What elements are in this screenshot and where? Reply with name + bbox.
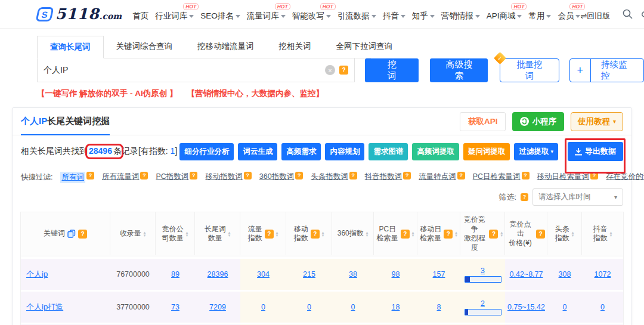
- help-icon[interactable]: ?: [536, 230, 545, 239]
- quick-filter-link[interactable]: 所有流量词: [102, 172, 140, 182]
- help-icon[interactable]: ?: [521, 193, 528, 201]
- quick-filter-link[interactable]: 存在竞价的词: [606, 172, 644, 182]
- search-tab[interactable]: 挖移动端流量词: [185, 36, 267, 58]
- nav-item[interactable]: HOT 智能改写: [292, 7, 331, 21]
- nav-item[interactable]: HOT 流量词库: [247, 7, 286, 21]
- get-api-button[interactable]: 获取API: [460, 112, 506, 131]
- action-button[interactable]: 高频词提取: [412, 143, 459, 160]
- back-to-old-version-link[interactable]: ⇌回旧版: [580, 7, 610, 21]
- tutorial-button[interactable]: 使用教程 ▾: [571, 112, 623, 131]
- help-icon[interactable]: ?: [78, 230, 87, 239]
- column-header[interactable]: 长尾词 数量 ▴▾: [195, 212, 240, 255]
- quick-filter-link[interactable]: 抖音指数词: [365, 172, 402, 182]
- nav-item[interactable]: HOT API商城: [487, 7, 522, 21]
- export-data-button[interactable]: 导出数据: [568, 142, 623, 161]
- column-header[interactable]: 移动日 检索量 ? ▴▾: [417, 212, 460, 255]
- help-icon[interactable]: ?: [349, 172, 357, 179]
- quick-filter-link[interactable]: 360指数词: [259, 172, 294, 182]
- site-logo[interactable]: S 5118 .com: [37, 5, 122, 23]
- index-360-link[interactable]: 38: [349, 270, 357, 278]
- sort-icon[interactable]: ▴▾: [455, 231, 457, 237]
- column-header[interactable]: 竞价公 司数量 ▴▾: [156, 212, 195, 255]
- copy-icon[interactable]: [67, 230, 76, 238]
- longtail-count-link[interactable]: 28396: [208, 270, 228, 278]
- quick-filter-item[interactable]: 所有词 ?: [60, 172, 94, 183]
- mobile-index-link[interactable]: 215: [303, 270, 315, 278]
- result-count-link[interactable]: 28496: [89, 146, 112, 156]
- search-tab[interactable]: 全网下拉词查询: [324, 36, 405, 58]
- promo-link-ai-writing[interactable]: 【一键写作 解放你的双手 - AI伪原创 】: [37, 88, 178, 99]
- column-header[interactable]: 关键词 ?: [21, 212, 110, 255]
- sort-icon[interactable]: ▴▾: [412, 231, 414, 237]
- sort-icon[interactable]: ▴▾: [186, 231, 188, 237]
- douyin-index-link[interactable]: 0: [600, 303, 605, 311]
- keyword-search-input[interactable]: [44, 66, 325, 75]
- nav-item[interactable]: 营销情报: [441, 7, 480, 21]
- bid-companies-link[interactable]: 73: [171, 303, 179, 311]
- sort-icon[interactable]: ▴▾: [500, 231, 503, 237]
- mini-program-button[interactable]: 小程序: [512, 112, 564, 131]
- toutiao-index-link[interactable]: 0: [563, 303, 567, 311]
- quick-filter-item[interactable]: 抖音指数词 ?: [365, 172, 411, 183]
- quick-filter-link[interactable]: 移动指数词: [205, 172, 243, 182]
- promo-link-marketing-intel[interactable]: 【营销情报中心，大数据内参、监控】: [187, 88, 324, 99]
- nav-item[interactable]: SEO排名: [200, 7, 240, 21]
- bid-price-link[interactable]: 0.42~8.77: [510, 270, 543, 278]
- clear-input-icon[interactable]: ×: [325, 65, 335, 75]
- sort-icon[interactable]: ▴▾: [610, 231, 612, 237]
- help-icon[interactable]: ?: [295, 172, 303, 179]
- sort-icon[interactable]: ▴▾: [144, 231, 146, 237]
- quick-filter-link[interactable]: PC指数词: [156, 172, 188, 182]
- storage-time-select[interactable]: 请选择入库时间 ▾: [532, 188, 623, 206]
- nav-item[interactable]: 抖音: [383, 7, 405, 21]
- advanced-search-button[interactable]: 高级搜索: [430, 58, 488, 82]
- column-header[interactable]: 头条 指数 ▴▾: [547, 212, 582, 255]
- column-header[interactable]: 收录量 ▴▾: [110, 212, 156, 255]
- search-tab[interactable]: 挖相关词: [267, 36, 324, 58]
- quick-filter-link[interactable]: 移动日检索量词: [537, 172, 590, 182]
- quick-filter-item[interactable]: PC指数词 ?: [156, 172, 197, 183]
- help-icon[interactable]: ?: [457, 172, 465, 179]
- nav-item[interactable]: 常用: [528, 7, 551, 21]
- search-tab[interactable]: 查询长尾词: [37, 36, 104, 58]
- quick-filter-item[interactable]: 存在竞价的词 ?: [606, 172, 644, 183]
- quick-filter-link[interactable]: 头条指数词: [311, 172, 348, 182]
- nav-item[interactable]: 引流数据: [338, 7, 376, 21]
- dig-words-button[interactable]: 挖词: [365, 58, 419, 82]
- bid-price-link[interactable]: 0.75~15.42: [507, 303, 545, 311]
- nav-item[interactable]: HOT 行业词库: [155, 7, 194, 21]
- quick-filter-item[interactable]: 移动日检索量词 ?: [537, 172, 599, 183]
- longtail-count-link[interactable]: 7209: [209, 303, 226, 311]
- help-icon[interactable]: ?: [265, 230, 274, 239]
- help-icon[interactable]: ?: [140, 172, 148, 179]
- nav-item[interactable]: 首页: [132, 7, 148, 21]
- quick-filter-item[interactable]: PC日检索量词 ?: [473, 172, 530, 183]
- column-header[interactable]: 竞价点击 价格(¥) ?: [505, 212, 547, 255]
- help-icon[interactable]: ?: [244, 172, 252, 179]
- nav-item[interactable]: 知乎: [412, 7, 435, 21]
- mobile-daily-search-link[interactable]: 8: [437, 303, 441, 311]
- help-icon[interactable]: ?: [339, 66, 348, 75]
- quick-filter-item[interactable]: 头条指数词 ?: [311, 172, 357, 183]
- action-button[interactable]: 需求图谱: [369, 143, 408, 160]
- sort-icon[interactable]: ▴▾: [276, 231, 278, 237]
- search-icon[interactable]: [622, 8, 633, 20]
- keyword-link[interactable]: 个人ip打造: [26, 302, 63, 312]
- pc-daily-search-link[interactable]: 98: [392, 270, 400, 278]
- action-button[interactable]: 高频需求: [281, 143, 321, 160]
- mobile-daily-search-link[interactable]: 157: [433, 270, 445, 278]
- help-icon[interactable]: ?: [590, 172, 598, 179]
- quick-filter-link[interactable]: 所有词: [60, 172, 85, 183]
- add-monitor-button[interactable]: +: [570, 59, 591, 82]
- sort-icon[interactable]: ▴▾: [228, 231, 231, 237]
- column-header[interactable]: 360指数 ▴▾: [332, 212, 374, 255]
- sort-icon[interactable]: ▴▾: [366, 231, 369, 237]
- traffic-index-link[interactable]: 0: [261, 303, 265, 311]
- action-button[interactable]: 过滤提取 ▾: [514, 143, 558, 160]
- bid-intensity-link[interactable]: 2: [481, 299, 485, 308]
- quick-filter-link[interactable]: 流量特点词: [419, 172, 456, 182]
- column-header[interactable]: 竞价竞争 激烈程度 ? ▴▾: [460, 212, 505, 255]
- continuous-monitor-button[interactable]: 持续监控: [591, 59, 643, 82]
- sort-icon[interactable]: ▴▾: [572, 231, 574, 237]
- mobile-index-link[interactable]: 0: [307, 303, 311, 311]
